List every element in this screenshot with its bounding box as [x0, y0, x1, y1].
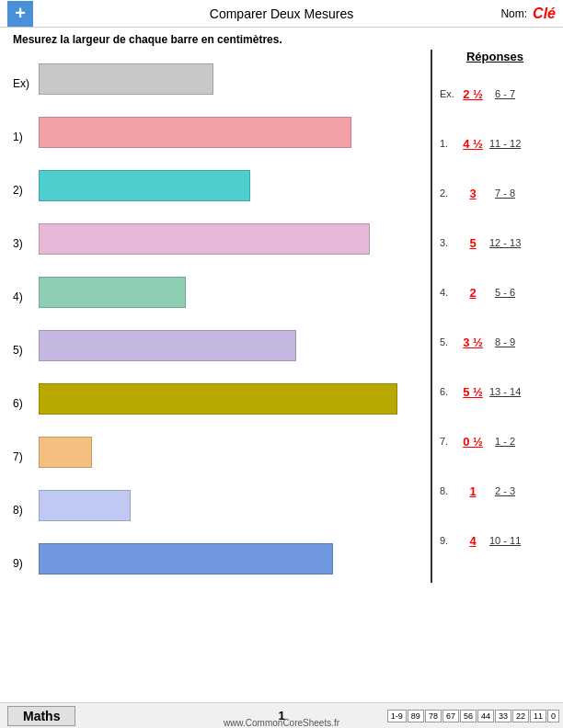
resp-range-8: 2 - 3 — [489, 485, 521, 496]
bar-row-3: 3) — [13, 210, 423, 263]
bar-label-6: 6) — [13, 382, 39, 410]
bar-container-3 — [39, 214, 423, 258]
bar-8 — [39, 490, 131, 521]
bar-label-8: 8) — [13, 489, 39, 517]
resp-range-7: 1 - 2 — [489, 436, 521, 447]
bar-container-7 — [39, 427, 423, 472]
resp-val-1: 4 ½ — [460, 137, 486, 151]
bar-container-1 — [39, 108, 423, 152]
bar-row-4: 4) — [13, 263, 423, 316]
footer-numbers: 1-989786756443322110 — [387, 710, 559, 722]
bar-9 — [39, 543, 333, 574]
bar-label-3: 3) — [13, 222, 39, 250]
footer-num-cell: 22 — [512, 710, 529, 722]
page-title: Comparer Deux Mesures — [210, 6, 353, 21]
bar-3 — [39, 223, 370, 255]
bar-container-5 — [39, 321, 423, 365]
bar-label-5: 5) — [13, 329, 39, 357]
bar-1 — [39, 117, 351, 148]
response-row-0: Ex.2 ½6 - 7 — [440, 69, 550, 119]
footer-num-cell: 0 — [547, 710, 559, 722]
footer-num-cell: 44 — [477, 710, 494, 722]
cle-value: Clé — [533, 6, 556, 22]
page-number: 1 — [278, 709, 284, 722]
footer-num-cell: 1-9 — [387, 710, 407, 722]
response-row-8: 8.12 - 3 — [440, 466, 550, 516]
bar-5 — [39, 330, 296, 361]
bar-container-4 — [39, 267, 423, 312]
bar-label-1: 1) — [13, 116, 39, 143]
bar-6 — [39, 383, 397, 415]
bar-label-ex: Ex) — [13, 63, 39, 90]
resp-val-3: 5 — [460, 236, 486, 250]
bar-row-ex: Ex) — [13, 50, 423, 103]
resp-label-0: Ex. — [440, 88, 456, 99]
bar-row-2: 2) — [13, 156, 423, 210]
main-content: Ex)1)2)3)4)5)6)7)8)9) Réponses Ex.2 ½6 -… — [0, 50, 563, 583]
responses-header: Réponses — [440, 50, 550, 65]
page-header: Comparer Deux Mesures Nom: Clé — [0, 0, 563, 28]
resp-val-7: 0 ½ — [460, 435, 486, 449]
nom-section: Nom: Clé — [500, 6, 556, 22]
bar-label-4: 4) — [13, 276, 39, 303]
resp-label-9: 9. — [440, 535, 456, 546]
bar-container-9 — [39, 534, 423, 578]
response-row-1: 1.4 ½11 - 12 — [440, 119, 550, 168]
response-row-4: 4.25 - 6 — [440, 267, 550, 317]
response-row-5: 5.3 ½8 - 9 — [440, 317, 550, 367]
bar-row-5: 5) — [13, 316, 423, 370]
bar-label-2: 2) — [13, 169, 39, 197]
footer-num-cell: 33 — [495, 710, 511, 722]
bar-2 — [39, 170, 250, 201]
resp-range-6: 13 - 14 — [489, 386, 521, 397]
footer-num-cell: 11 — [530, 710, 546, 722]
resp-label-4: 4. — [440, 287, 456, 298]
bar-label-9: 9) — [13, 542, 39, 570]
bar-7 — [39, 437, 92, 468]
bar-row-9: 9) — [13, 529, 423, 583]
bar-container-8 — [39, 481, 423, 525]
resp-range-5: 8 - 9 — [489, 336, 521, 347]
response-row-2: 2.37 - 8 — [440, 168, 550, 218]
nom-label: Nom: — [500, 7, 527, 20]
resp-val-0: 2 ½ — [460, 87, 486, 101]
responses-section: Réponses Ex.2 ½6 - 71.4 ½11 - 122.37 - 8… — [431, 50, 550, 583]
brand-label: Maths — [7, 706, 75, 726]
response-row-9: 9.410 - 11 — [440, 516, 550, 565]
resp-val-9: 4 — [460, 534, 486, 548]
bars-section: Ex)1)2)3)4)5)6)7)8)9) — [13, 50, 423, 583]
page-footer: Maths www.CommonCoreSheets.fr 1 1-989786… — [0, 702, 563, 728]
resp-label-7: 7. — [440, 436, 456, 447]
footer-num-cell: 67 — [442, 710, 459, 722]
bar-label-7: 7) — [13, 436, 39, 463]
resp-label-2: 2. — [440, 188, 456, 199]
response-row-3: 3.512 - 13 — [440, 218, 550, 267]
bar-ex — [39, 63, 213, 95]
resp-range-1: 11 - 12 — [489, 138, 521, 149]
resp-val-8: 1 — [460, 484, 486, 498]
response-row-7: 7.0 ½1 - 2 — [440, 416, 550, 466]
response-row-6: 6.5 ½13 - 14 — [440, 367, 550, 416]
bar-row-7: 7) — [13, 423, 423, 476]
resp-val-6: 5 ½ — [460, 385, 486, 399]
resp-val-4: 2 — [460, 286, 486, 300]
bar-4 — [39, 277, 186, 308]
bar-container-2 — [39, 161, 423, 205]
resp-range-4: 5 - 6 — [489, 287, 521, 298]
resp-val-2: 3 — [460, 187, 486, 200]
resp-range-3: 12 - 13 — [489, 237, 521, 248]
resp-label-6: 6. — [440, 386, 456, 397]
resp-range-2: 7 - 8 — [489, 188, 521, 199]
bar-row-1: 1) — [13, 103, 423, 156]
resp-label-5: 5. — [440, 336, 456, 347]
footer-num-cell: 56 — [460, 710, 477, 722]
resp-label-3: 3. — [440, 237, 456, 248]
bar-container-ex — [39, 54, 423, 98]
instruction-text: Mesurez la largeur de chaque barre en ce… — [0, 28, 563, 50]
bar-row-8: 8) — [13, 476, 423, 529]
resp-label-1: 1. — [440, 138, 456, 149]
bar-container-6 — [39, 374, 423, 418]
resp-range-0: 6 - 7 — [489, 88, 521, 99]
bar-row-6: 6) — [13, 370, 423, 423]
logo-icon — [7, 1, 33, 27]
